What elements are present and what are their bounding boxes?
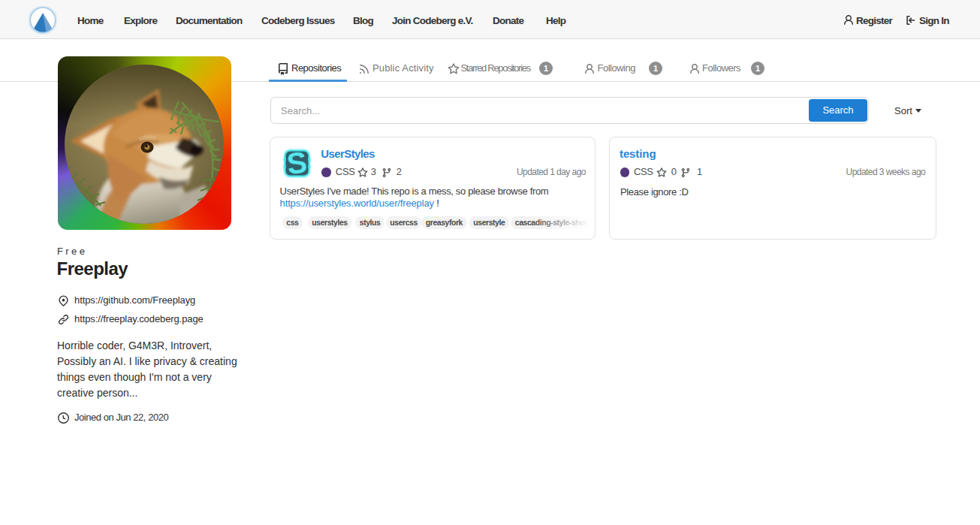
svg-text:S: S: [285, 147, 309, 179]
